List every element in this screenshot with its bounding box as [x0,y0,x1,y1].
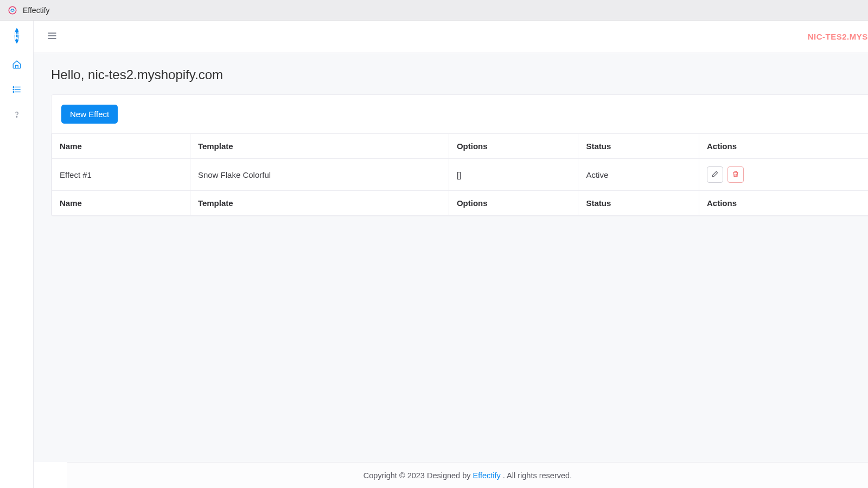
trash-icon [732,170,739,179]
svg-point-5 [13,89,14,90]
svg-point-4 [13,87,14,88]
app-logo[interactable] [8,27,25,44]
app-bar: NIC-TES2.MYSHOPIFY.COM [34,21,868,53]
home-icon [12,60,22,72]
col-footer-name: Name [52,191,190,216]
sidebar [0,21,34,488]
cell-name: Effect #1 [52,159,190,191]
col-footer-options: Options [449,191,578,216]
footer-prefix: Copyright © 2023 Designed by [363,471,471,480]
hamburger-button[interactable] [46,30,59,43]
cell-actions [699,159,868,191]
table-row: Effect #1 Snow Flake Colorful [] Active [52,159,868,191]
page-title: Hello, nic-tes2.myshopify.com [51,67,851,82]
table-footer-row: Name Template Options Status Actions [52,191,868,216]
effects-table: Name Template Options Status Actions Eff… [52,133,868,215]
hamburger-icon [47,30,58,43]
table-header-row: Name Template Options Status Actions [52,134,868,159]
col-footer-actions: Actions [699,191,868,216]
list-icon [12,85,22,97]
edit-button[interactable] [707,166,723,183]
col-header-options: Options [449,134,578,159]
footer-brand-link[interactable]: Effectify [473,471,501,480]
svg-point-0 [9,7,16,14]
window-title: Effectify [23,6,50,15]
delete-button[interactable] [727,166,744,183]
sidebar-item-help[interactable] [7,105,27,126]
sidebar-item-list[interactable] [7,80,27,101]
cell-status: Active [578,159,699,191]
new-effect-button[interactable]: New Effect [61,105,118,124]
shop-name-link[interactable]: NIC-TES2.MYSHOPIFY.COM [808,32,868,41]
col-header-template: Template [190,134,449,159]
col-footer-template: Template [190,191,449,216]
footer-suffix: . All rights reserved. [503,471,572,480]
cell-options: [] [449,159,578,191]
question-icon [12,110,22,121]
svg-point-7 [16,117,17,118]
effects-card: New Effect Name Template Options Status … [51,94,868,216]
window-titlebar: Effectify [0,0,868,21]
svg-point-6 [13,92,14,93]
cell-template: Snow Flake Colorful [190,159,449,191]
app-favicon [8,5,17,15]
col-header-actions: Actions [699,134,868,159]
col-header-name: Name [52,134,190,159]
col-header-status: Status [578,134,699,159]
sidebar-item-home[interactable] [7,55,27,76]
pencil-icon [711,170,719,179]
col-footer-status: Status [578,191,699,216]
footer: Copyright © 2023 Designed by Effectify .… [67,462,868,488]
